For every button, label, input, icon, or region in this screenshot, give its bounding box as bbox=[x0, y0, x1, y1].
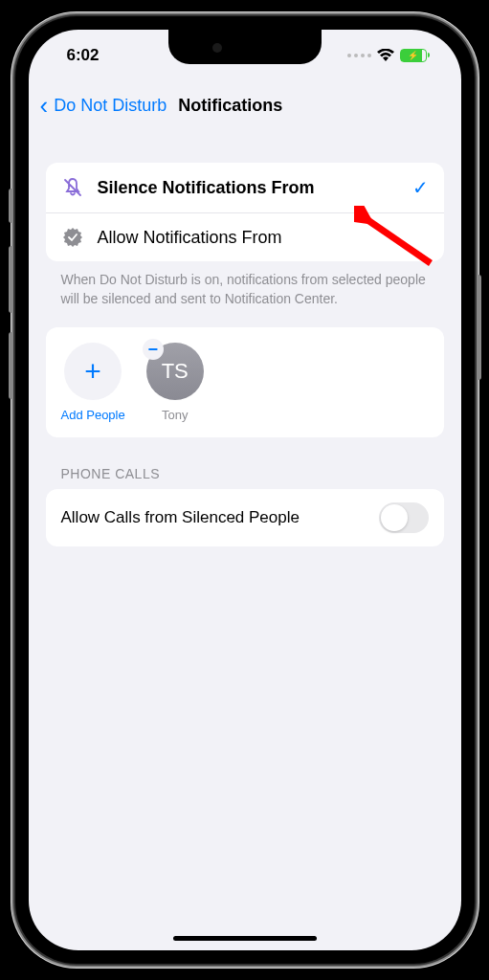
notch bbox=[168, 30, 322, 64]
status-right: ⚡ bbox=[347, 49, 427, 62]
remove-person-button[interactable]: − bbox=[143, 339, 164, 360]
content: Silence Notifications From ✓ Allow Notif… bbox=[29, 163, 461, 546]
volume-down bbox=[9, 332, 13, 399]
allow-label: Allow Notifications From bbox=[98, 228, 429, 248]
add-people-label: Add People bbox=[61, 408, 125, 422]
person-name: Tony bbox=[162, 408, 188, 422]
plus-icon: + bbox=[64, 343, 122, 400]
phone-frame: 6:02 ⚡ ‹ Do Not Disturb Notifications S bbox=[15, 16, 475, 964]
home-indicator[interactable] bbox=[173, 936, 317, 941]
volume-up bbox=[9, 246, 13, 313]
people-group: + Add People − TS Tony bbox=[46, 327, 444, 437]
back-chevron-icon[interactable]: ‹ bbox=[40, 91, 49, 121]
mode-footer-text: When Do Not Disturb is on, notifications… bbox=[46, 261, 444, 308]
switch-thumb bbox=[381, 504, 408, 531]
status-time: 6:02 bbox=[67, 46, 100, 65]
bell-slash-icon bbox=[61, 177, 84, 198]
silence-label: Silence Notifications From bbox=[98, 178, 399, 198]
allow-calls-label: Allow Calls from Silenced People bbox=[61, 508, 366, 527]
mute-switch bbox=[9, 189, 13, 223]
phone-calls-header: PHONE CALLS bbox=[46, 437, 444, 489]
back-button[interactable]: Do Not Disturb bbox=[54, 96, 167, 116]
checkmark-seal-icon bbox=[61, 227, 84, 248]
notification-mode-group: Silence Notifications From ✓ Allow Notif… bbox=[46, 163, 444, 261]
phone-calls-group: Allow Calls from Silenced People bbox=[46, 489, 444, 546]
page-title: Notifications bbox=[178, 96, 282, 116]
screen: 6:02 ⚡ ‹ Do Not Disturb Notifications S bbox=[29, 30, 461, 950]
allow-calls-toggle[interactable] bbox=[379, 502, 429, 533]
wifi-icon bbox=[377, 49, 394, 62]
page-dots-icon bbox=[347, 54, 371, 57]
allow-calls-row[interactable]: Allow Calls from Silenced People bbox=[46, 489, 444, 546]
person-item[interactable]: − TS Tony bbox=[146, 343, 204, 422]
add-people-button[interactable]: + Add People bbox=[61, 343, 125, 422]
checkmark-icon: ✓ bbox=[412, 176, 429, 199]
allow-notifications-row[interactable]: Allow Notifications From bbox=[46, 212, 444, 261]
power-button bbox=[477, 275, 481, 380]
battery-icon: ⚡ bbox=[400, 49, 427, 62]
nav-bar: ‹ Do Not Disturb Notifications bbox=[29, 81, 461, 134]
silence-notifications-row[interactable]: Silence Notifications From ✓ bbox=[46, 163, 444, 212]
